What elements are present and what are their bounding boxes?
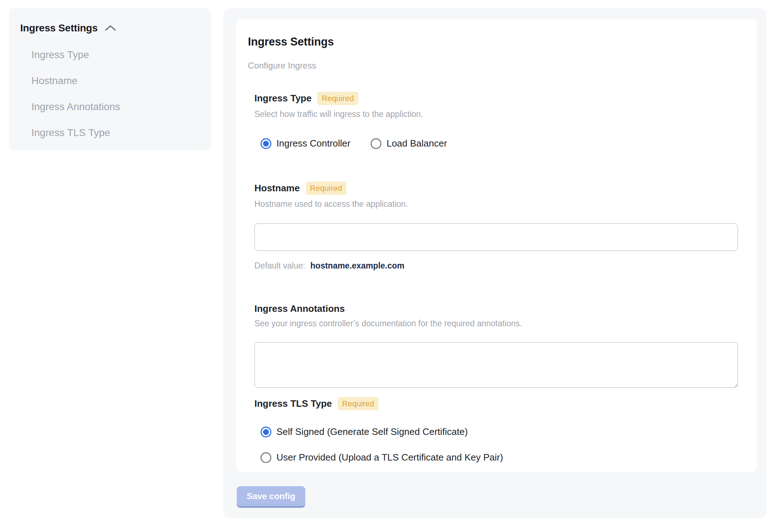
- sidebar-section-toggle[interactable]: Ingress Settings: [20, 22, 200, 34]
- sidebar-section-title: Ingress Settings: [20, 22, 98, 34]
- annotations-textarea[interactable]: [254, 342, 738, 388]
- section-ingress-tls-type: Ingress TLS Type Required Self Signed (G…: [254, 397, 742, 463]
- field-label-hostname: Hostname: [254, 183, 300, 194]
- field-description-ingress-annotations: See your ingress controller’s documentat…: [254, 319, 742, 328]
- hostname-input[interactable]: [254, 223, 738, 251]
- field-description-ingress-type: Select how traffic will ingress to the a…: [254, 109, 742, 119]
- ingress-settings-card: Ingress Settings Configure Ingress Ingre…: [236, 19, 757, 472]
- section-ingress-type: Ingress Type Required Select how traffic…: [254, 92, 742, 149]
- sidebar-nav: Ingress Type Hostname Ingress Annotation…: [20, 42, 200, 146]
- main-panel: Ingress Settings Configure Ingress Ingre…: [223, 8, 767, 518]
- radio-label: Load Balancer: [386, 138, 447, 149]
- chevron-up-icon: [104, 25, 117, 32]
- radio-unselected-icon: [261, 452, 271, 463]
- field-label-ingress-annotations: Ingress Annotations: [254, 303, 345, 314]
- field-description-hostname: Hostname used to access the application.: [254, 199, 742, 209]
- radio-selected-icon: [261, 427, 271, 437]
- settings-sidebar: Ingress Settings Ingress Type Hostname I…: [9, 8, 211, 151]
- radio-load-balancer[interactable]: Load Balancer: [371, 138, 447, 149]
- radio-ingress-controller[interactable]: Ingress Controller: [261, 138, 350, 149]
- radio-user-provided[interactable]: User Provided (Upload a TLS Certificate …: [261, 452, 742, 463]
- radio-label: Self Signed (Generate Self Signed Certif…: [276, 426, 468, 437]
- radio-label: User Provided (Upload a TLS Certificate …: [276, 452, 503, 463]
- page-subtitle: Configure Ingress: [248, 61, 742, 71]
- section-ingress-annotations: Ingress Annotations See your ingress con…: [254, 303, 742, 388]
- page-title: Ingress Settings: [248, 35, 742, 48]
- default-value-text: hostname.example.com: [310, 261, 405, 270]
- radio-unselected-icon: [371, 138, 381, 149]
- radio-self-signed[interactable]: Self Signed (Generate Self Signed Certif…: [261, 426, 742, 437]
- radio-selected-icon: [261, 138, 271, 149]
- save-config-button[interactable]: Save config: [237, 486, 305, 508]
- radio-label: Ingress Controller: [276, 138, 350, 149]
- required-badge: Required: [338, 397, 379, 410]
- section-hostname: Hostname Required Hostname used to acces…: [254, 182, 742, 271]
- field-label-ingress-tls-type: Ingress TLS Type: [254, 398, 332, 409]
- required-badge: Required: [317, 92, 358, 105]
- required-badge: Required: [306, 182, 346, 195]
- default-value-prefix: Default value:: [254, 261, 305, 270]
- sidebar-item-ingress-type[interactable]: Ingress Type: [20, 42, 200, 68]
- sidebar-item-ingress-annotations[interactable]: Ingress Annotations: [20, 94, 200, 120]
- sidebar-item-hostname[interactable]: Hostname: [20, 68, 200, 94]
- sidebar-item-ingress-tls-type[interactable]: Ingress TLS Type: [20, 120, 200, 146]
- field-label-ingress-type: Ingress Type: [254, 93, 311, 104]
- hostname-default-line: Default value: hostname.example.com: [254, 261, 742, 271]
